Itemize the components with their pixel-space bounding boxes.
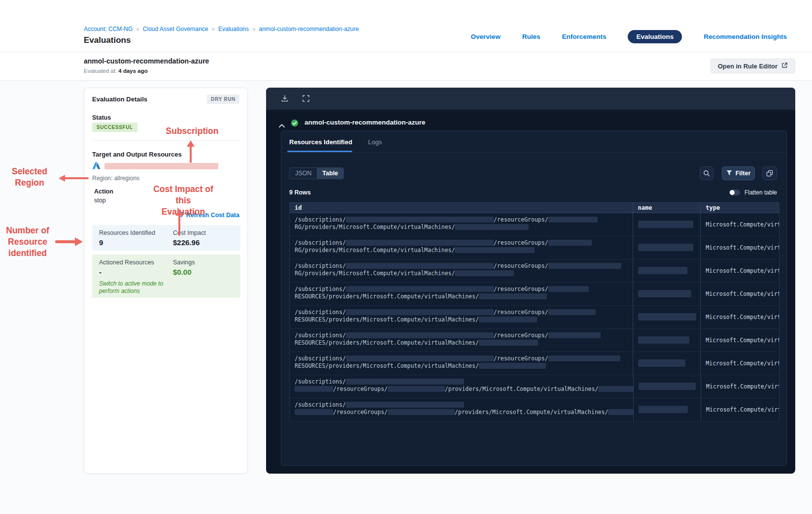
annotation-arrow-subscription-shaft — [190, 146, 192, 163]
actioned-resources-label: Actioned Resources — [99, 259, 154, 266]
resources-identified-value: 9 — [99, 238, 103, 247]
results-panel: anmol-custom-recommendation-azure Resour… — [266, 88, 795, 474]
view-table-button[interactable]: Table — [317, 168, 343, 179]
top-nav: Overview Rules Enforcements Evaluations … — [471, 30, 787, 43]
fullscreen-icon[interactable] — [302, 95, 310, 104]
cell-type: Microsoft.Compute/virtu — [701, 375, 779, 398]
cell-name — [633, 306, 701, 328]
download-icon[interactable] — [281, 95, 289, 104]
cell-id: /subscriptions//resourceGroups/RG/provid… — [290, 259, 633, 282]
copy-icon[interactable] — [762, 166, 777, 180]
search-button[interactable] — [700, 166, 713, 180]
annotation-line: Number of — [3, 225, 52, 236]
redacted-value — [638, 359, 685, 367]
cell-type: Microsoft.Compute/virtu — [700, 259, 779, 282]
redacted-value — [639, 406, 688, 413]
cell-type: Microsoft.Compute/virtu — [700, 352, 779, 375]
savings-label: Savings — [173, 259, 195, 266]
breadcrumb-separator: > — [252, 26, 255, 32]
header-divider — [0, 52, 812, 52]
flatten-table-toggle[interactable] — [729, 190, 740, 195]
cell-name — [633, 236, 701, 259]
table-row[interactable]: /subscriptions//resourceGroups//provider… — [290, 398, 779, 421]
column-header-name[interactable]: name — [633, 203, 701, 213]
redacted-value — [346, 332, 494, 338]
redacted-value — [479, 293, 547, 299]
breadcrumb-account[interactable]: Account: CCM-NG — [84, 26, 133, 32]
annotation-arrow-region-shaft — [64, 177, 89, 179]
redacted-value — [346, 263, 494, 269]
breadcrumb-separator: > — [212, 26, 215, 32]
open-rule-editor-button[interactable]: Open in Rule Editor — [710, 59, 795, 73]
annotation-arrow-count-shaft — [55, 240, 76, 243]
table-row[interactable]: /subscriptions//resourceGroups/RESOURCES… — [290, 306, 779, 329]
cost-impact-value: $226.96 — [173, 238, 200, 247]
cell-type: Microsoft.Compute/virtu — [700, 236, 779, 259]
table-row[interactable]: /subscriptions//resourceGroups//provider… — [290, 375, 779, 398]
annotation-arrow-count — [75, 237, 83, 246]
tab-enforcements[interactable]: Enforcements — [562, 33, 606, 40]
resources-card: Resources Identified Logs JSON Table Fil… — [281, 130, 787, 466]
collapse-chevron-icon[interactable] — [279, 121, 285, 130]
redacted-value — [548, 240, 592, 246]
details-title: Evaluation Details — [92, 96, 147, 103]
redacted-value — [346, 355, 494, 361]
active-mode-note: Switch to active mode to perform actions — [99, 280, 178, 295]
cell-id: /subscriptions//resourceGroups//provider… — [290, 398, 633, 421]
column-header-type[interactable]: type — [700, 203, 779, 213]
breadcrumb-evaluations[interactable]: Evaluations — [218, 26, 249, 32]
cell-name — [633, 283, 701, 305]
redacted-value — [548, 263, 621, 269]
redacted-value — [346, 286, 494, 292]
cell-type: Microsoft.Compute/virtu — [700, 213, 779, 236]
cell-id: /subscriptions//resourceGroups/RESOURCES… — [290, 283, 633, 305]
view-json-button[interactable]: JSON — [290, 168, 317, 179]
panel-toolbar — [266, 88, 795, 110]
table-row[interactable]: /subscriptions//resourceGroups/RG/provid… — [290, 259, 779, 283]
resources-table: id name type /subscriptions//resourceGro… — [289, 202, 779, 421]
action-label: Action — [94, 188, 113, 195]
tab-evaluations[interactable]: Evaluations — [628, 30, 682, 43]
resources-identified-label: Resources Identified — [99, 229, 155, 236]
tab-logs[interactable]: Logs — [368, 138, 382, 146]
table-header: id name type — [290, 202, 779, 213]
redacted-value — [346, 217, 494, 223]
cell-name — [633, 259, 701, 282]
table-row[interactable]: /subscriptions//resourceGroups/RESOURCES… — [290, 283, 779, 306]
redacted-value — [346, 379, 464, 385]
external-link-icon — [781, 62, 788, 70]
column-header-id[interactable]: id — [290, 203, 633, 213]
tab-overview[interactable]: Overview — [471, 33, 501, 40]
cell-name — [633, 375, 701, 398]
cell-type: Microsoft.Compute/virtu — [700, 283, 779, 305]
breadcrumb-current[interactable]: anmol-custom-recommendation-azure — [259, 26, 359, 32]
filter-button[interactable]: Filter — [722, 166, 755, 180]
annotation-line: Evaluation — [145, 206, 222, 218]
table-row[interactable]: /subscriptions//resourceGroups/RG/provid… — [290, 213, 779, 236]
open-rule-editor-label: Open in Rule Editor — [718, 63, 778, 70]
tab-rules[interactable]: Rules — [522, 33, 541, 40]
cell-type: Microsoft.Compute/virtu — [700, 329, 779, 352]
breadcrumb-separator: > — [136, 26, 139, 32]
breadcrumb: Account: CCM-NG>Cloud Asset Governance>E… — [84, 26, 359, 32]
cell-id: /subscriptions//resourceGroups/RESOURCES… — [290, 329, 633, 352]
annotation-line: Region — [5, 177, 54, 189]
annotation-line: identified — [3, 248, 52, 259]
status-badge: SUCCESSFUL — [92, 123, 137, 132]
azure-icon — [92, 161, 101, 172]
redacted-value — [346, 402, 464, 408]
tab-recommendation-insights[interactable]: Recommendation Insights — [704, 33, 787, 40]
redacted-value — [548, 332, 601, 338]
savings-value: $0.00 — [173, 268, 192, 276]
annotation-arrow-cost-shaft — [178, 215, 180, 236]
redacted-value — [638, 267, 687, 274]
redacted-value — [548, 309, 596, 315]
table-row[interactable]: /subscriptions//resourceGroups/RESOURCES… — [290, 329, 779, 352]
breadcrumb-governance[interactable]: Cloud Asset Governance — [143, 26, 208, 32]
subheader-divider — [0, 80, 812, 81]
table-row[interactable]: /subscriptions//resourceGroups/RESOURCES… — [290, 352, 779, 375]
flatten-table-control: Flatten table — [729, 189, 777, 196]
table-row[interactable]: /subscriptions//resourceGroups/RG/provid… — [290, 236, 779, 259]
tab-resources-identified[interactable]: Resources Identified — [289, 138, 352, 146]
evaluation-details-card: Evaluation Details DRY RUN Status SUCCES… — [84, 88, 248, 474]
